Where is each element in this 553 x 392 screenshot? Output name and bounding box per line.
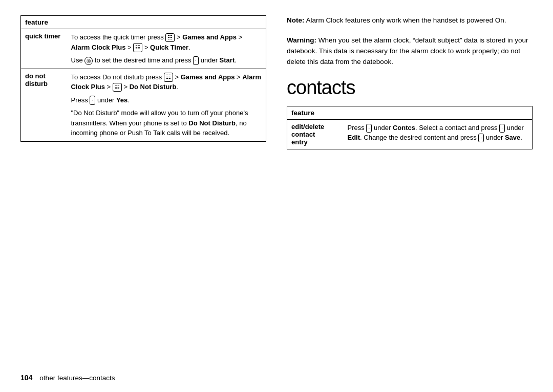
contacts-table: feature edit/delete contact entry Press … (287, 106, 533, 149)
warning-text: When you set the alarm clock, “default s… (287, 36, 528, 66)
left-column: feature quick timer To access the quick … (20, 15, 266, 364)
dot-icon-3: ∙ (366, 124, 372, 133)
table-row: do notdisturb To access Do not disturb p… (21, 69, 266, 141)
table-row: quick timer To access the quick timer pr… (21, 29, 266, 69)
warning-label: Warning: (287, 36, 316, 44)
left-feature-table: feature quick timer To access the quick … (20, 15, 266, 142)
contacts-table-header: feature (287, 106, 533, 119)
note-text: Alarm Clock features only work when the … (306, 16, 506, 24)
dot-icon-2: ∙ (90, 96, 95, 104)
contact-feature-content: Press ∙ under Contcs. Select a contact a… (344, 119, 533, 149)
dot-icon-5: ∙ (478, 134, 484, 142)
footer-text: other features—contacts (39, 374, 115, 382)
feature-label-quick-timer: quick timer (21, 29, 67, 69)
feature-content-quick-timer: To access the quick timer press ☷ > Game… (67, 29, 266, 69)
feature-content-do-not-disturb: To access Do not disturb press ☷ > Games… (67, 69, 266, 141)
page-footer: 104 other features—contacts (20, 368, 533, 382)
right-column: Note: Alarm Clock features only work whe… (287, 15, 533, 364)
dot-icon-4: ∙ (499, 124, 505, 133)
menu-icon: ☷ (165, 33, 175, 42)
left-table-header: feature (21, 16, 266, 29)
contact-feature-label: edit/delete contact entry (287, 119, 344, 149)
nav-icon: ◎ (84, 57, 93, 65)
page-number: 104 (20, 374, 32, 382)
menu-icon-4: ☷ (113, 83, 122, 92)
note-label: Note: (287, 16, 305, 24)
feature-label-do-not-disturb: do notdisturb (21, 69, 67, 141)
contacts-heading: contacts (287, 77, 533, 99)
menu-icon-3: ☷ (164, 73, 173, 81)
table-row: edit/delete contact entry Press ∙ under … (287, 119, 533, 149)
dot-icon: ∙ (193, 56, 199, 65)
note-block: Note: Alarm Clock features only work whe… (287, 15, 533, 26)
menu-icon-2: ☷ (133, 43, 142, 52)
warning-block: Warning: When you set the alarm clock, “… (287, 35, 533, 68)
